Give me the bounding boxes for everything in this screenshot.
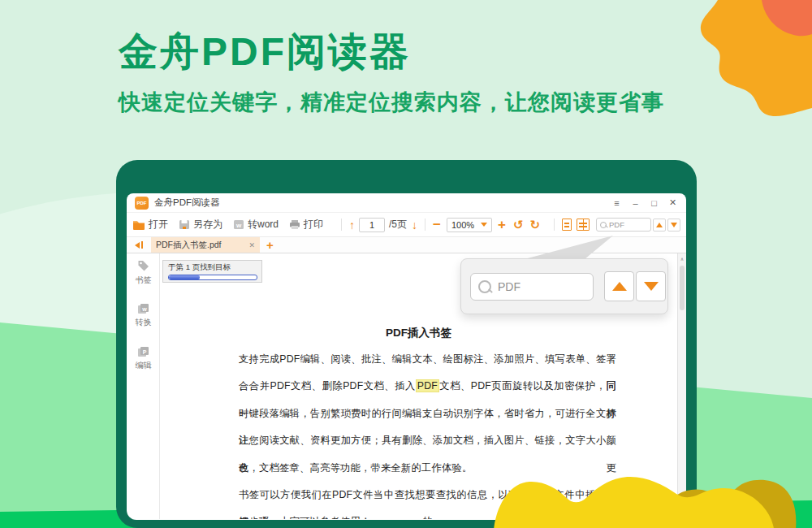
doc-text: 支持完成PDF编辑、阅读、批注、编辑文本、绘图标注、添加照片、填写表单、签署合同… [239,346,616,519]
minimize-icon[interactable]: – [630,198,641,208]
sidebar-item-convert[interactable]: w 转换 [127,302,160,328]
window-controls: ≡ – □ ✕ [611,197,678,208]
convert-word-button[interactable]: w 转word [233,218,279,232]
triangle-up-icon [612,282,627,291]
find-progress-toast: 于第 1 页找到目标 [162,260,262,283]
search-callout-popup [460,258,668,314]
zoom-value: 100% [451,220,474,230]
single-page-view-icon[interactable] [562,219,572,231]
popup-search-input[interactable] [498,280,579,293]
word-doc-icon: w [233,219,244,230]
printer-icon [289,219,300,230]
popup-find-previous-button[interactable] [604,271,634,301]
toolbar-separator [341,219,342,231]
svg-text:P: P [143,349,147,355]
zoom-in-icon[interactable]: + [498,217,506,233]
doc-line: 让您阅读文献、资料更加方便；具有删除、添加文档，插入图片、链接，文字大小颜色更 [239,427,616,454]
rotate-right-icon[interactable]: ↻ [529,218,540,232]
find-progress-fill [169,275,200,279]
collapse-triangle-icon [135,242,140,249]
popup-search-box[interactable] [470,273,594,301]
chevron-down-icon [481,223,487,227]
collapse-bar-icon [141,241,144,249]
doc-line: 书签可以方便我们在PDF文件当中查找想要查找的信息，以下是在pdf文件中插入书签… [239,482,616,509]
find-progress-bar [168,275,257,280]
find-previous-button[interactable] [653,219,666,232]
new-tab-button[interactable]: + [260,237,280,253]
sidebar-item-label: 书签 [136,275,152,284]
app-titlebar: PDF 金舟PDF阅读器 ≡ – □ ✕ [127,193,686,213]
main-toolbar: 打开 另存为 w 转word 打印 ↑ /5页 ↓ − 100% [127,213,686,237]
toolbar-search-box[interactable] [596,218,651,232]
sidebar-item-bookmarks[interactable]: 书签 [127,260,160,286]
search-icon [600,222,607,228]
doc-line: 一键段落编辑，告别繁琐费时的行间编辑，自动识别字体，省时省力，可进行全文标注， [239,400,616,427]
save-as-button[interactable]: 另存为 [179,218,222,232]
zoom-out-icon[interactable]: − [433,217,441,233]
sidebar-item-label: 编辑 [136,361,152,370]
find-progress-text: 于第 1 页找到目标 [168,262,257,273]
app-logo-icon: PDF [135,197,149,210]
page-number-input[interactable] [359,218,385,232]
toolbar-separator [554,219,555,231]
svg-text:w: w [141,306,147,312]
tab-title: PDF插入书签.pdf [156,240,222,251]
bookmark-tag-icon [136,260,150,273]
vertical-scrollbar[interactable]: ∧ [677,253,686,519]
doc-line: 支持完成PDF编辑、阅读、批注、编辑文本、绘图标注、添加照片、填写表单、签署合同 [239,346,616,373]
tab-close-icon[interactable]: ✕ [248,241,255,249]
open-button[interactable]: 打开 [132,218,168,232]
doc-line: 、合并PDF文档、删除PDF文档、插入PDF文档、PDF页面旋转以及加密保护，同… [239,373,616,400]
find-next-button[interactable] [667,219,680,232]
search-icon [478,280,492,294]
scroll-up-icon[interactable]: ∧ [678,253,686,264]
save-icon [179,219,190,230]
tab-bar: PDF插入书签.pdf ✕ + [127,237,686,253]
doc-title: PDF插入书签 [160,326,677,340]
sidebar-item-edit[interactable]: P 编辑 [127,345,160,371]
zoom-select[interactable]: 100% [447,218,492,232]
menu-icon[interactable]: ≡ [611,198,622,208]
sidebar-item-label: 转换 [136,318,152,327]
app-title: 金舟PDF阅读器 [154,197,220,209]
edit-pdf-doc-icon: P [136,345,150,358]
hero-title: 金舟PDF阅读器 [119,26,411,78]
search-highlight: PDF [416,379,439,392]
svg-text:w: w [235,222,242,229]
hero-subtitle: 快速定位关键字，精准定位搜索内容，让您阅读更省事 [119,88,664,117]
app-window: PDF 金舟PDF阅读器 ≡ – □ ✕ 打开 另存为 w 转word [127,193,686,520]
print-button[interactable]: 打印 [289,218,323,232]
next-page-icon[interactable]: ↓ [412,219,417,232]
folder-icon [132,219,145,230]
left-sidebar: 书签 w 转换 P 编辑 [127,253,160,519]
page-total-label: /5页 [389,218,407,232]
triangle-up-icon [656,223,663,227]
close-icon[interactable]: ✕ [667,197,678,208]
prev-page-icon[interactable]: ↑ [349,219,355,232]
collapse-sidebar-button[interactable] [127,237,151,253]
triangle-down-icon [644,282,659,291]
toolbar-search-input[interactable] [609,220,641,229]
rotate-left-icon[interactable]: ↺ [513,218,524,232]
convert-word-doc-icon: w [136,302,150,315]
promo-banner: 金舟PDF阅读器 快速定位关键字，精准定位搜索内容，让您阅读更省事 PDF 金舟… [0,0,812,528]
popup-find-next-button[interactable] [636,271,666,301]
scrollbar-thumb[interactable] [680,266,685,310]
two-page-view-icon[interactable] [577,219,590,231]
triangle-down-icon [671,223,677,227]
maximize-icon[interactable]: □ [649,198,659,208]
tab-active[interactable]: PDF插入书签.pdf ✕ [151,237,260,253]
toolbar-separator [425,219,425,231]
